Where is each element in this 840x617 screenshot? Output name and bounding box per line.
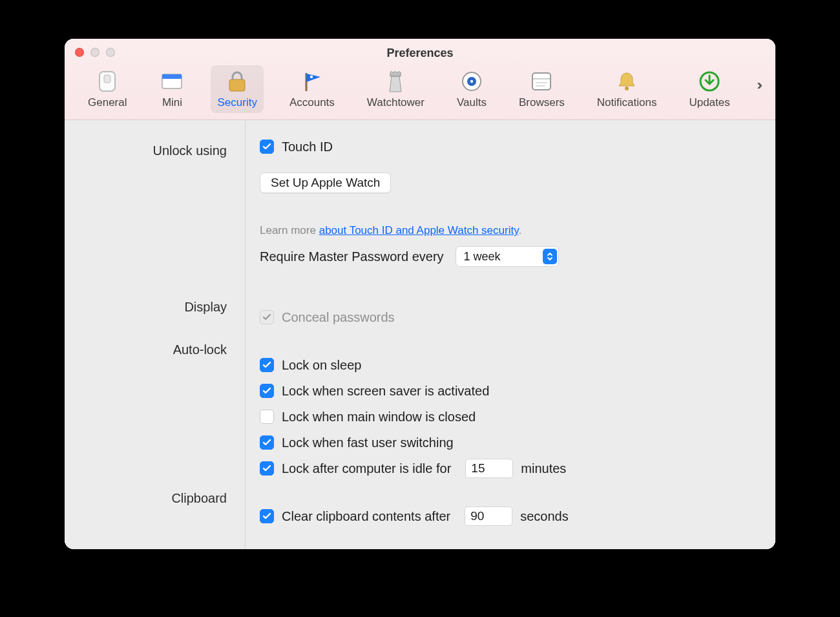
- window-mini-icon: [160, 69, 184, 94]
- conceal-passwords-checkbox: [260, 310, 274, 324]
- svg-rect-3: [162, 74, 182, 79]
- learn-more-suffix: .: [518, 224, 521, 236]
- switch-icon: [95, 69, 120, 94]
- clipboard-seconds-suffix: seconds: [520, 509, 569, 524]
- svg-rect-8: [390, 71, 392, 74]
- conceal-passwords-label: Conceal passwords: [282, 310, 395, 325]
- flag-icon: [300, 69, 324, 94]
- tab-updates[interactable]: Updates: [682, 65, 736, 113]
- tab-label: Security: [217, 96, 257, 109]
- clear-clipboard-label: Clear clipboard contents after: [282, 509, 450, 524]
- tab-label: Accounts: [289, 96, 335, 109]
- setup-apple-watch-button[interactable]: Set Up Apple Watch: [260, 173, 391, 193]
- section-label-unlock: Unlock using: [65, 136, 235, 165]
- svg-rect-4: [229, 79, 245, 91]
- clear-clipboard-checkbox[interactable]: [260, 509, 274, 523]
- zoom-icon[interactable]: [106, 48, 115, 57]
- svg-rect-9: [394, 71, 396, 74]
- section-labels: Unlock using Display Auto-lock Clipboard: [65, 120, 246, 549]
- lock-screensaver-checkbox[interactable]: [260, 384, 274, 398]
- tab-vaults[interactable]: Vaults: [450, 65, 493, 113]
- master-password-interval-label: Require Master Password every: [260, 249, 444, 264]
- preferences-window: Preferences General Mini Security: [65, 39, 775, 549]
- tab-label: Notifications: [597, 96, 657, 109]
- close-icon[interactable]: [75, 48, 84, 57]
- bell-icon: [614, 69, 639, 94]
- section-label-autolock: Auto-lock: [65, 335, 235, 364]
- learn-more-prefix: Learn more: [260, 224, 319, 236]
- tab-label: Browsers: [519, 96, 565, 109]
- vault-icon: [459, 69, 484, 94]
- tab-browsers[interactable]: Browsers: [512, 65, 571, 113]
- tab-label: Watchtower: [367, 96, 425, 109]
- idle-minutes-suffix: minutes: [521, 461, 566, 476]
- toolbar: General Mini Security Accounts: [70, 63, 770, 120]
- section-label-clipboard: Clipboard: [65, 483, 235, 513]
- svg-rect-14: [532, 73, 551, 90]
- tab-watchtower[interactable]: Watchtower: [361, 65, 431, 113]
- master-password-interval-select[interactable]: 1 week: [456, 246, 559, 267]
- download-icon: [697, 69, 722, 94]
- lock-fast-user-checkbox[interactable]: [260, 435, 274, 450]
- tab-general[interactable]: General: [81, 65, 133, 113]
- learn-more-text: Learn more about Touch ID and Apple Watc…: [260, 220, 760, 242]
- browser-icon: [529, 69, 554, 94]
- titlebar: Preferences General Mini Security: [65, 39, 775, 120]
- touch-id-label: Touch ID: [282, 140, 333, 154]
- svg-point-18: [625, 87, 629, 90]
- idle-minutes-field[interactable]: 15: [465, 459, 513, 478]
- tab-label: Vaults: [457, 96, 487, 109]
- toolbar-overflow-icon[interactable]: ››: [757, 77, 759, 94]
- content: Touch ID Set Up Apple Watch Learn more a…: [246, 120, 775, 549]
- svg-point-6: [310, 76, 313, 78]
- lock-screensaver-label: Lock when screen saver is activated: [282, 384, 489, 399]
- minimize-icon[interactable]: [90, 48, 100, 57]
- touch-id-checkbox[interactable]: [260, 140, 274, 154]
- tab-label: Updates: [689, 96, 730, 109]
- svg-rect-1: [104, 75, 110, 83]
- clipboard-seconds-field[interactable]: 90: [465, 507, 512, 526]
- lock-idle-checkbox[interactable]: [260, 461, 274, 476]
- preferences-body: Unlock using Display Auto-lock Clipboard…: [65, 120, 775, 549]
- lock-main-window-label: Lock when main window is closed: [282, 410, 476, 424]
- tab-label: General: [88, 96, 127, 109]
- tab-notifications[interactable]: Notifications: [591, 65, 664, 113]
- master-password-interval-value: 1 week: [464, 250, 534, 264]
- section-label-display: Display: [65, 292, 235, 322]
- window-title: Preferences: [70, 47, 770, 60]
- padlock-icon: [225, 69, 249, 94]
- touch-id-security-link[interactable]: about Touch ID and Apple Watch security: [319, 224, 519, 236]
- tab-label: Mini: [162, 96, 182, 109]
- tower-icon: [383, 69, 408, 94]
- tab-security[interactable]: Security: [211, 65, 263, 113]
- tab-accounts[interactable]: Accounts: [283, 65, 341, 113]
- svg-point-13: [470, 80, 473, 83]
- chevron-up-down-icon: [543, 249, 557, 264]
- lock-on-sleep-label: Lock on sleep: [282, 358, 361, 373]
- lock-fast-user-label: Lock when fast user switching: [282, 435, 454, 450]
- lock-main-window-checkbox[interactable]: [260, 410, 274, 424]
- svg-rect-10: [398, 71, 400, 74]
- lock-on-sleep-checkbox[interactable]: [260, 358, 274, 372]
- tab-mini[interactable]: Mini: [152, 65, 191, 113]
- lock-idle-label: Lock after computer is idle for: [282, 461, 451, 476]
